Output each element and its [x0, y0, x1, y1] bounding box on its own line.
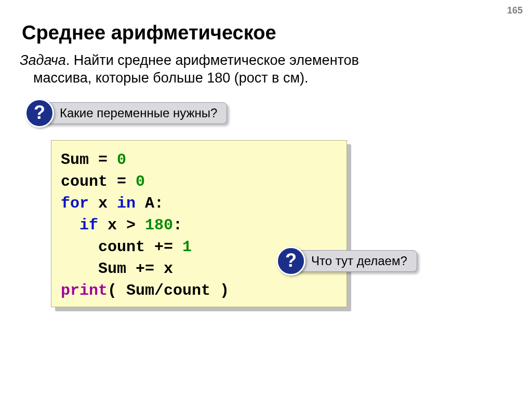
code-l4-b: if	[79, 216, 98, 234]
code-l4-d: 180	[145, 216, 173, 234]
code-l7-b: ( Sum/count )	[108, 282, 229, 299]
code-block: Sum = 0 count = 0 for x in A: if x > 180…	[51, 140, 347, 307]
code-l3-b: x	[89, 195, 117, 212]
page-number: 165	[507, 5, 523, 16]
task-label: Задача	[20, 52, 66, 68]
code-l3-a: for	[61, 195, 89, 212]
callout-what-do: ? Что тут делаем?	[276, 246, 417, 276]
task-line-1: Задача. Найти среднее арифметическое эле…	[20, 52, 511, 70]
code-l3-d: A:	[136, 195, 164, 212]
code-l7-a: print	[61, 282, 108, 299]
code-l3-c: in	[117, 195, 136, 212]
task-body-1: . Найти среднее арифметическое элементов	[66, 52, 359, 68]
callout-variables-text: Какие переменные нужны?	[44, 102, 227, 124]
code-l5-b: 1	[182, 238, 192, 256]
question-badge: ?	[25, 99, 54, 128]
callout-variables: ? Какие переменные нужны?	[25, 99, 227, 128]
code-l4-e: :	[173, 216, 182, 234]
callout-what-do-text: Что тут делаем?	[295, 250, 417, 272]
question-mark-icon: ?	[285, 251, 297, 270]
task-line-2: массива, которые больше 180 (рост в см).	[33, 70, 511, 87]
slide-title: Среднее арифметическое	[22, 22, 276, 44]
task-text: Задача. Найти среднее арифметическое эле…	[20, 52, 511, 87]
code-l1-b: 0	[117, 151, 126, 169]
code-l6-a: Sum += x	[61, 260, 173, 278]
code-l4-c: x >	[98, 216, 145, 234]
question-mark-icon: ?	[34, 103, 45, 122]
question-badge: ?	[276, 246, 305, 276]
code-l2-a: count =	[61, 173, 136, 190]
code-l2-b: 0	[136, 173, 145, 190]
code-l4-a	[61, 216, 79, 234]
code-l1-a: Sum =	[61, 151, 117, 169]
code-l5-a: count +=	[61, 238, 182, 256]
